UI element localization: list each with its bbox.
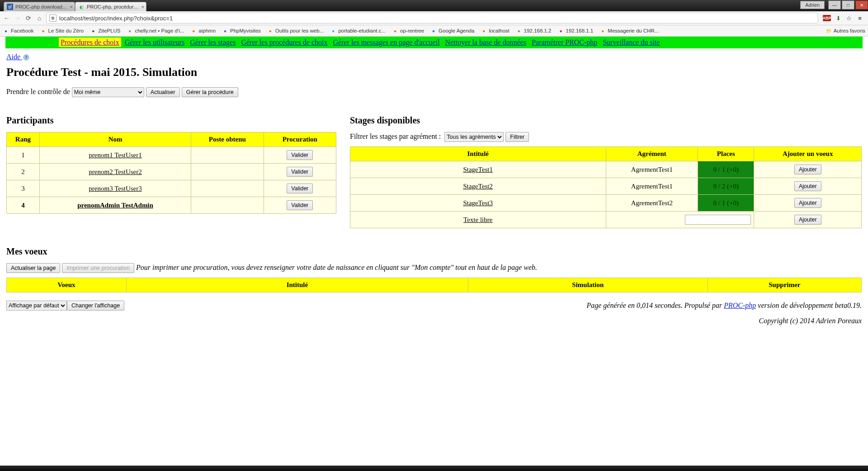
close-icon[interactable]: ×: [70, 4, 73, 9]
help-icon: ?: [23, 54, 29, 61]
add-button[interactable]: Ajouter: [794, 198, 821, 208]
nav-item[interactable]: Procédures de choix: [59, 38, 121, 47]
menu-icon[interactable]: ≡: [856, 14, 863, 22]
help-link[interactable]: Aide: [6, 53, 22, 61]
validate-button[interactable]: Valider: [287, 184, 313, 193]
favicon-icon: ◐: [78, 4, 85, 10]
free-text-input[interactable]: [685, 215, 751, 225]
bookmark-label: 192.168.1.1: [566, 28, 594, 33]
stage-link[interactable]: StageTest2: [463, 183, 493, 190]
bookmark-item[interactable]: ●portable-etudiant.c...: [330, 28, 386, 34]
validate-button[interactable]: Valider: [287, 150, 313, 160]
cell-post: [191, 164, 264, 180]
cell-post: [191, 180, 264, 197]
back-icon[interactable]: ←: [3, 14, 11, 22]
maximize-button[interactable]: □: [842, 0, 854, 9]
cell-rank: 4: [7, 197, 40, 214]
bookmark-item[interactable]: ●Le Site du Zéro: [40, 28, 84, 34]
stages-table: Intitulé Agrément Places Ajouter un voeu…: [350, 146, 862, 228]
bookmark-item[interactable]: ●PhpMyvisites: [222, 28, 261, 34]
cell-rank: 3: [7, 180, 40, 197]
bookmark-item[interactable]: ●Google Agenda: [430, 28, 474, 34]
participant-link[interactable]: prenom1 TestUser1: [89, 151, 142, 159]
refresh-page-button[interactable]: Actualiser la page: [6, 263, 60, 273]
bookmark-icon: ●: [516, 28, 522, 34]
participant-link[interactable]: prenom3 TestUser3: [89, 185, 142, 192]
browser-toolbar: ← → ⟳ ⌂ 🗎 localhost/test/proc/index.php?…: [0, 11, 868, 25]
filter-button[interactable]: Filtrer: [505, 132, 529, 142]
participants-heading: Participants: [6, 115, 336, 126]
cell-post: [191, 147, 264, 164]
window-close-button[interactable]: ✕: [855, 0, 868, 9]
cell-stage-add: Ajouter: [754, 195, 862, 212]
nav-item[interactable]: Nettoyer la base de données: [443, 38, 528, 47]
table-row: StageTest3AgrementTest20 / 1 (+0)Ajouter: [350, 195, 862, 212]
stage-link[interactable]: StageTest1: [463, 166, 493, 173]
add-button[interactable]: Ajouter: [794, 181, 821, 191]
th-voeux-sim: Simulation: [468, 278, 708, 292]
add-button[interactable]: Ajouter: [794, 165, 821, 174]
bookmark-label: aiphmn: [198, 28, 216, 33]
help-link-row: Aide ?: [6, 53, 862, 61]
th-voeux: Voeux: [7, 278, 127, 292]
cell-name: prenom3 TestUser3: [39, 180, 191, 197]
validate-button[interactable]: Valider: [287, 167, 313, 177]
free-text-link[interactable]: Texte libre: [463, 216, 492, 223]
participant-link[interactable]: prenomAdmin TestAdmin: [77, 202, 153, 209]
stage-link[interactable]: StageTest3: [463, 199, 493, 207]
participant-link[interactable]: prenom2 TestUser2: [89, 168, 142, 175]
nav-item[interactable]: Gérer les stages: [188, 38, 237, 47]
abp-icon[interactable]: ABP: [823, 15, 831, 21]
bookmark-item[interactable]: ●ZitePLUS: [90, 28, 120, 34]
bookmark-item[interactable]: ●localhost: [481, 28, 509, 34]
bookmark-icon: ●: [190, 28, 197, 34]
other-bookmarks[interactable]: 📁 Autres favoris: [826, 28, 865, 34]
reload-icon[interactable]: ⟳: [24, 14, 33, 22]
bookmark-item[interactable]: ●Messagerie du CHR...: [599, 28, 659, 34]
cell-stage-agr: AgrementTest1: [606, 178, 698, 195]
table-row: 3prenom3 TestUser3Valider: [7, 180, 336, 197]
home-icon[interactable]: ⌂: [35, 14, 43, 22]
cell-stage-places: 0 / 1 (+0): [698, 195, 754, 212]
bookmark-item[interactable]: ●Facebook: [3, 28, 34, 34]
nav-item[interactable]: Surveillance du site: [601, 38, 661, 47]
bookmark-icon: ●: [330, 28, 336, 34]
th-post: Poste obtenu: [191, 132, 264, 147]
print-proxy-button[interactable]: Imprimer une procuration: [62, 263, 134, 273]
nav-item[interactable]: Gérer les messages en page d'accueil: [331, 38, 441, 47]
nav-item[interactable]: Paramétrer PROC-php: [530, 38, 599, 47]
bookmark-star-icon[interactable]: ☆: [845, 14, 853, 22]
filter-select[interactable]: Tous les agréments: [444, 132, 504, 142]
bookmark-item[interactable]: ●op-rentree: [392, 28, 424, 34]
favicon-icon: sf: [7, 4, 13, 10]
add-button[interactable]: Ajouter: [794, 215, 821, 225]
browser-tab-1[interactable]: ◐ PROC-php, procédure de ... ×: [75, 2, 146, 11]
bookmark-item[interactable]: ●aiphmn: [190, 28, 216, 34]
bookmark-icon: ●: [3, 28, 9, 34]
bookmark-item[interactable]: ●chelly.net • Page d'i...: [127, 28, 184, 34]
cell-stage-places: 0 / 1 (+0): [698, 161, 754, 178]
user-badge[interactable]: Adrien: [800, 1, 825, 9]
manage-procedure-button[interactable]: Gérer la procédure: [182, 87, 238, 97]
display-select[interactable]: Affichage par défaut: [6, 301, 67, 311]
voeux-heading: Mes voeux: [6, 246, 862, 257]
address-bar[interactable]: 🗎 localhost/test/proc/index.php?choix&pr…: [46, 13, 818, 24]
table-row: StageTest1AgrementTest10 / 1 (+0)Ajouter: [350, 161, 862, 178]
bookmark-item[interactable]: ●192.168.1.2: [516, 28, 552, 34]
validate-button[interactable]: Valider: [287, 200, 313, 210]
forward-icon[interactable]: →: [14, 14, 22, 22]
nav-item[interactable]: Gérer les procédures de choix: [239, 38, 329, 47]
bookmark-item[interactable]: ●Outils pour les web...: [267, 28, 324, 34]
proc-php-link[interactable]: PROC-php: [724, 301, 756, 309]
control-label: Prendre le contrôle de: [6, 88, 70, 95]
browser-tab-0[interactable]: sf PROC-php download | So... ×: [4, 2, 75, 11]
extension-icon[interactable]: ⬇: [835, 14, 842, 22]
nav-item[interactable]: Gérer les utilisateurs: [123, 38, 186, 47]
minimize-button[interactable]: —: [828, 0, 841, 9]
refresh-button[interactable]: Actualiser: [146, 87, 180, 97]
change-display-button[interactable]: Changer l'affichage: [67, 301, 124, 311]
bookmark-item[interactable]: ●192.168.1.1: [558, 28, 594, 34]
control-user-select[interactable]: Moi même: [72, 87, 144, 97]
bookmark-icon: ●: [481, 28, 487, 34]
close-icon[interactable]: ×: [142, 4, 144, 9]
